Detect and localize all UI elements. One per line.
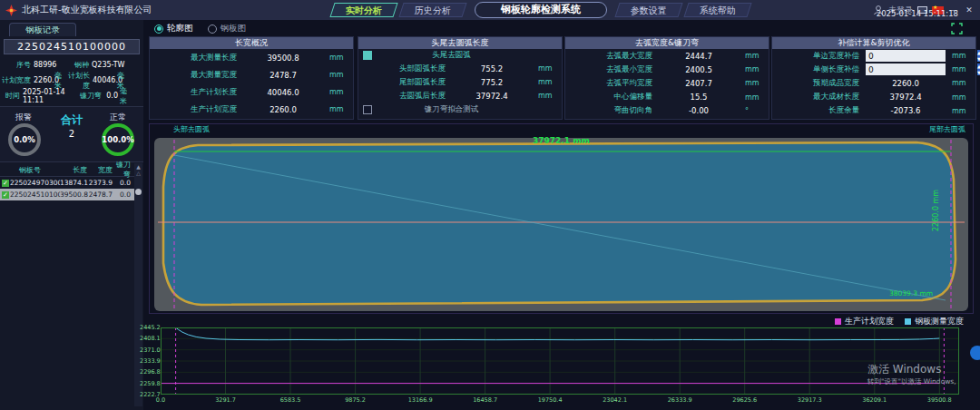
panel-arc-removal-length: 头尾去圆弧长度 头尾去圆弧 头部圆弧长度755.2mm 尾部圆弧长度775.2m…: [358, 36, 563, 120]
panel-length-width-overview: 长宽概况 最大测量长度39500.8mm 最大测量宽度2478.7mm 生产计划…: [149, 36, 354, 120]
x-tick-label: 39500.8: [926, 396, 953, 404]
plate-stats: 报警 0.0% 合计 2 正常 100.0%: [0, 106, 143, 162]
checkbox-icon[interactable]: [363, 51, 372, 60]
width-chart: 生产计划宽度 钢板测量宽度 2445.22408.12371.02333.922…: [140, 315, 975, 410]
company-logo-icon: [5, 5, 17, 16]
windows-watermark: 激活 Windows 转到"设置"以激活 Windows,: [867, 362, 956, 386]
normal-gauge: 100.0%: [102, 123, 134, 156]
x-tick-label: 16458.7: [472, 396, 499, 404]
plate-shape-canvas: [154, 132, 968, 311]
x-tick-label: 23042.1: [602, 396, 629, 404]
current-plate-id: 225024510100000: [4, 39, 140, 54]
checkbox-sickle-fit-test[interactable]: 镰刀弯拟合测试: [358, 103, 562, 116]
sort-icon[interactable]: △: [136, 170, 141, 176]
y-tick-label: 2259.8: [140, 380, 159, 387]
x-tick-label: 3291.7: [212, 396, 240, 404]
floating-assistant-button[interactable]: [970, 346, 980, 360]
fullscreen-icon[interactable]: [951, 23, 963, 34]
table-row-selected[interactable]: ✓225024510100000 39500.8 2478.7 0.0: [0, 189, 134, 200]
info-value: 2025-01-14 11:11: [20, 88, 76, 104]
radio-plate-view[interactable]: 钢板图: [208, 23, 247, 34]
x-tick-label: 6583.5: [277, 396, 304, 404]
title-bar: 北科工研-敬业宽板科技有限公司 实时分析 历史分析 钢板轮廓检测系统 参数设置 …: [0, 0, 980, 20]
tab-history-analysis[interactable]: 历史分析: [398, 3, 466, 17]
panel-title: 长宽概况: [150, 37, 353, 49]
y-tick-label: 2371.0: [140, 347, 159, 354]
view-toggle: 轮廓图 钢板图: [154, 23, 246, 34]
table-row[interactable]: ✓225024970300000 13874.1 2373.9 0.0: [0, 177, 134, 189]
x-tick-label: 29625.6: [731, 396, 759, 404]
panel-title: 头尾去圆弧长度: [358, 37, 562, 49]
panel-title: 去弧宽度&镰刀弯: [565, 37, 769, 49]
plate-info: 序号 88996 钢种 Q235-TW 计划宽度 2260.0 毫米 计划长度 …: [2, 57, 142, 103]
width-dimension-label: 2260.0 mm: [932, 190, 940, 231]
info-label: 镰刀弯: [76, 91, 102, 101]
x-tick-label: 0.0: [147, 396, 174, 404]
chart-plot-area: [161, 327, 959, 395]
checkbox-icon[interactable]: [363, 105, 372, 114]
x-tick-label: 9875.2: [342, 396, 369, 404]
x-tick-label: 26333.9: [666, 396, 693, 404]
width-compensation-input[interactable]: ▲▼: [866, 50, 946, 62]
y-tick-label: 2333.9: [140, 357, 159, 365]
panel-title: 补偿计算&剪切优化: [772, 37, 975, 49]
x-tick-label: 19750.4: [536, 396, 564, 404]
panel-arc-width-sickle: 去弧宽度&镰刀弯 去弧最大宽度2444.7mm 去弧最小宽度2400.5mm 去…: [564, 36, 769, 120]
length-compensation-input[interactable]: ▲▼: [866, 63, 946, 75]
row-checkbox-icon[interactable]: ✓: [2, 191, 9, 199]
x-tick-label: 13166.9: [407, 396, 434, 404]
y-tick-label: 2445.2: [140, 324, 159, 331]
plate-profile-view: 头部去圆弧 尾部去圆弧 37972.1 mm 2260.0 mm 38039.3…: [149, 123, 974, 314]
tab-realtime-analysis[interactable]: 实时分析: [329, 3, 397, 17]
info-value: 2260.0: [31, 76, 53, 84]
plate-record-sidebar: 钢板记录 225024510100000 序号 88996 钢种 Q235-TW…: [0, 20, 143, 410]
datetime: 2025-01-14 15:11:18: [877, 10, 958, 18]
x-tick-label: 32917.3: [796, 396, 823, 404]
info-value: 88996: [31, 61, 65, 69]
row-checkbox-icon[interactable]: ✓: [2, 180, 9, 187]
checkbox-head-tail-arc[interactable]: 头尾去圆弧: [358, 49, 562, 62]
legend-swatch-measured: [905, 318, 911, 325]
tab-plate-record[interactable]: 钢板记录: [9, 23, 76, 36]
x-tick-label: 36209.1: [861, 396, 888, 404]
diagonal-dimension-label: 38039.3 mm: [889, 289, 933, 298]
info-value: 0.0: [102, 92, 118, 100]
info-label: 计划宽度: [2, 75, 31, 85]
main-nav: 实时分析 历史分析 钢板轮廓检测系统 参数设置 系统帮助: [329, 2, 752, 18]
info-value: Q235-TW: [89, 61, 125, 69]
system-title: 钢板轮廓检测系统: [475, 2, 607, 18]
chart-legend: 生产计划宽度 钢板测量宽度: [835, 316, 964, 327]
radio-icon: [208, 24, 217, 34]
filter-icon[interactable]: ▲: [136, 163, 141, 170]
plate-table: 钢板号 长度 宽度 镰刀弯 ✓225024970300000 13874.1 2…: [0, 163, 134, 200]
y-tick-label: 2408.1: [140, 335, 159, 342]
info-value: 40046.0: [90, 76, 115, 84]
legend-swatch-plan: [835, 318, 841, 325]
company-name: 北科工研-敬业宽板科技有限公司: [22, 4, 152, 16]
info-unit: 毫米: [118, 86, 132, 106]
length-dimension-label: 37972.1 mm: [150, 136, 973, 145]
radio-icon: [154, 24, 163, 34]
plate-table-header: 钢板号 长度 宽度 镰刀弯: [0, 163, 134, 177]
info-label: 钢种: [65, 60, 89, 70]
panel-compensation-optimization: 补偿计算&剪切优化 单边宽度补偿 ▲▼ mm 单侧长度补偿 ▲▼ mm 预期成品…: [771, 36, 976, 120]
y-tick-label: 2296.8: [140, 368, 159, 376]
scrollbar-thumb[interactable]: [135, 189, 142, 195]
plate-outline: [163, 142, 956, 305]
normal-label: 正常: [110, 112, 126, 123]
tab-system-help[interactable]: 系统帮助: [683, 3, 751, 17]
tab-parameter-settings[interactable]: 参数设置: [614, 3, 682, 17]
close-icon[interactable]: ✕: [964, 5, 975, 15]
info-label: 时间: [2, 91, 20, 101]
info-label: 序号: [2, 60, 31, 70]
radio-profile-view[interactable]: 轮廓图: [154, 23, 193, 34]
